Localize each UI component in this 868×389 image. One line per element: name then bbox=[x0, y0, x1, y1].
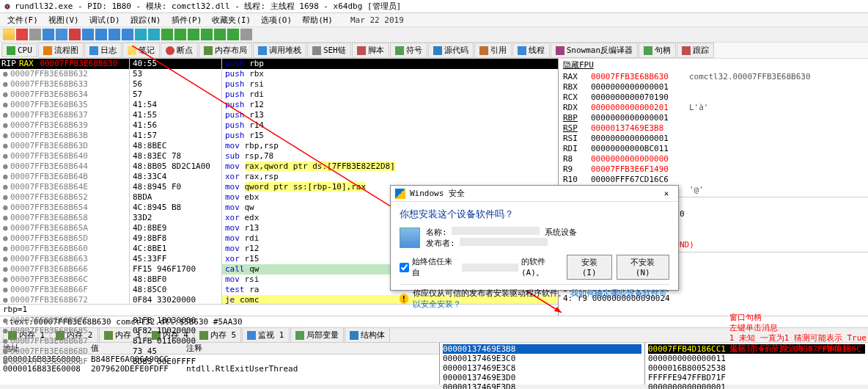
dialog-titlebar[interactable]: Windows 安全 ✕ bbox=[391, 186, 678, 202]
tab-memmap[interactable]: 内存布局 bbox=[199, 43, 252, 58]
title-bar: rundll32.exe - PID: 1B80 - 模块: comctl32.… bbox=[0, 0, 868, 13]
tab-seh[interactable]: SEH链 bbox=[307, 43, 351, 58]
flow-icon bbox=[43, 46, 52, 55]
no-install-button[interactable]: 不安装(N) bbox=[617, 255, 669, 280]
struct-icon bbox=[350, 331, 358, 340]
log-icon bbox=[89, 46, 98, 55]
tab-source[interactable]: 源代码 bbox=[428, 43, 474, 58]
labels-icon[interactable] bbox=[201, 29, 213, 40]
tab-symbols[interactable]: 符号 bbox=[390, 43, 427, 58]
tab-log[interactable]: 日志 bbox=[84, 43, 122, 58]
tab-snowman[interactable]: Snowman反编译器 bbox=[551, 43, 638, 58]
thread-icon bbox=[518, 46, 526, 55]
tab-cpu[interactable]: CPU bbox=[1, 43, 37, 57]
script-icon bbox=[357, 46, 366, 55]
menu-view[interactable]: 视图(V) bbox=[44, 15, 84, 26]
trace-into-icon[interactable] bbox=[135, 29, 147, 40]
step-over-icon[interactable] bbox=[95, 29, 107, 40]
warning-icon: ! bbox=[400, 294, 408, 304]
step-into-icon[interactable] bbox=[82, 29, 94, 40]
close-icon[interactable] bbox=[29, 29, 41, 40]
menu-help[interactable]: 帮助(H) bbox=[298, 15, 337, 26]
tab-callstack[interactable]: 调用堆栈 bbox=[253, 43, 306, 58]
functions-icon[interactable] bbox=[227, 29, 239, 40]
tab-notes[interactable]: 笔记 bbox=[122, 43, 160, 58]
device-info: 名称: 系统设备 发布者: bbox=[426, 227, 577, 249]
locals-icon bbox=[295, 331, 304, 340]
stop-icon[interactable] bbox=[69, 29, 81, 40]
trace-icon bbox=[682, 46, 691, 55]
toolbar bbox=[0, 26, 868, 43]
tab-bp[interactable]: 断点 bbox=[161, 43, 198, 58]
annotation-overlay: 窗口句柄 左键单击消息 1 未知 一直为1 猜测可能表示 True 坐标 后4字… bbox=[729, 313, 867, 354]
tab-refs[interactable]: 引用 bbox=[474, 43, 512, 58]
tab-struct[interactable]: 结构体 bbox=[345, 327, 390, 343]
bookmarks-icon[interactable] bbox=[214, 29, 226, 40]
open-icon[interactable] bbox=[3, 29, 15, 40]
blurred-name bbox=[452, 227, 540, 235]
run-to-icon[interactable] bbox=[161, 29, 173, 40]
seh-icon bbox=[312, 46, 321, 55]
comments-icon[interactable] bbox=[188, 29, 199, 40]
menu-debug[interactable]: 调试(D) bbox=[85, 15, 125, 26]
tab-threads[interactable]: 线程 bbox=[512, 43, 550, 58]
src-icon bbox=[433, 46, 442, 55]
watch-icon bbox=[247, 331, 256, 340]
menu-options[interactable]: 选项(O) bbox=[257, 15, 296, 26]
menu-plugins[interactable]: 插件(P) bbox=[167, 15, 207, 26]
registers-view[interactable]: 隐藏FPU RAX00007FFB3E68B630comctl32.00007F… bbox=[559, 59, 868, 197]
device-icon bbox=[400, 228, 420, 248]
tab-trace[interactable]: 跟踪 bbox=[677, 43, 714, 58]
menu-file[interactable]: 文件(F) bbox=[3, 15, 43, 26]
tab-locals[interactable]: 局部变量 bbox=[290, 327, 344, 343]
trust-checkbox[interactable] bbox=[400, 263, 409, 272]
snow-icon bbox=[556, 46, 564, 55]
install-button[interactable]: 安装(I) bbox=[567, 255, 612, 280]
address-column: RIPRAX 00007FFB3E68B630●00007FFB3E68B632… bbox=[0, 59, 129, 316]
hide-fpu-link[interactable]: 隐藏FPU bbox=[563, 60, 864, 70]
dialog-warning: ! 你应仅从可信的发布者安装驱动程序软件。 我如何确定哪些设备软件可以安全安装？ bbox=[400, 284, 669, 310]
cpu-icon bbox=[7, 46, 15, 55]
app-icon bbox=[3, 2, 12, 11]
sym-icon bbox=[395, 46, 404, 55]
patches-icon[interactable] bbox=[174, 29, 186, 40]
dialog-close-button[interactable]: ✕ bbox=[659, 189, 674, 198]
build-date: Mar 22 2019 bbox=[346, 15, 408, 25]
dialog-question: 你想安装这个设备软件吗？ bbox=[400, 208, 669, 221]
mem-icon bbox=[204, 46, 213, 55]
tab-flow[interactable]: 流程图 bbox=[38, 43, 84, 58]
call-icon bbox=[258, 46, 267, 55]
menu-trace[interactable]: 跟踪(N) bbox=[126, 15, 166, 26]
menu-bar: 文件(F) 视图(V) 调试(D) 跟踪(N) 插件(P) 收藏夹(I) 选项(… bbox=[0, 13, 868, 26]
window-title: rundll32.exe - PID: 1B80 - 模块: comctl32.… bbox=[15, 1, 401, 12]
step-out-icon[interactable] bbox=[108, 29, 120, 40]
trace-over-icon[interactable] bbox=[148, 29, 160, 40]
stack-middle[interactable]: 00000137469E3B800000137469E3C00000013746… bbox=[440, 343, 645, 385]
view-tabs: CPU 流程图 日志 笔记 断点 内存布局 调用堆栈 SEH链 脚本 符号 源代… bbox=[0, 43, 868, 59]
handle-icon bbox=[644, 46, 652, 55]
ref-icon bbox=[479, 46, 488, 55]
pause-icon[interactable] bbox=[56, 29, 67, 40]
trust-checkbox-row: 始终信任来自 的软件(A)。 bbox=[400, 256, 567, 278]
menu-fav[interactable]: 收藏夹(I) bbox=[207, 15, 255, 26]
note-icon bbox=[128, 46, 136, 55]
tab-handles[interactable]: 句柄 bbox=[639, 43, 676, 58]
restart-icon[interactable] bbox=[16, 29, 28, 40]
step-icon[interactable] bbox=[122, 29, 133, 40]
tab-script[interactable]: 脚本 bbox=[352, 43, 389, 58]
bytes-column: 40:5553565741:5441:5541:5641:5748:8BEC48… bbox=[129, 59, 221, 316]
dialog-title: Windows 安全 bbox=[410, 188, 465, 199]
bp-icon bbox=[166, 46, 174, 55]
security-dialog: Windows 安全 ✕ 你想安装这个设备软件吗？ 名称: 系统设备 发布者: … bbox=[390, 185, 679, 291]
shield-icon bbox=[395, 189, 405, 199]
tab-watch1[interactable]: 监视 1 bbox=[242, 327, 289, 343]
run-icon[interactable] bbox=[43, 29, 54, 40]
blurred-trust bbox=[462, 263, 518, 272]
blurred-publisher bbox=[460, 238, 548, 246]
settings-icon[interactable] bbox=[240, 29, 252, 40]
